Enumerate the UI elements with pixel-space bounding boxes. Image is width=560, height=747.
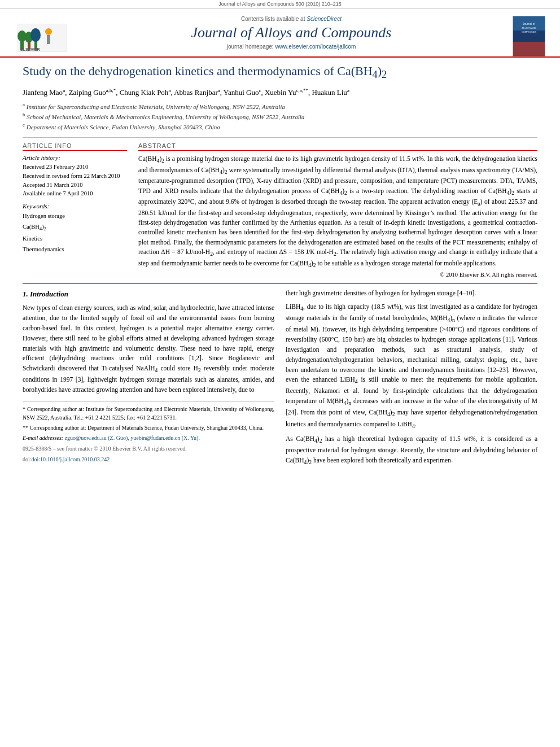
page: Journal of Alloys and Compounds 500 (201…: [0, 0, 560, 747]
footnote-star1: * Corresponding author at: Institute for…: [23, 405, 274, 422]
divider-1: [23, 137, 537, 138]
journal-ref: Journal of Alloys and Compounds 500 (201…: [0, 0, 560, 8]
footnote-area: * Corresponding author at: Institute for…: [23, 401, 274, 442]
keyword-4: Thermodynamics: [23, 244, 127, 255]
article-info-col: ARTICLE INFO Article history: Received 2…: [23, 142, 127, 278]
accepted-date: Accepted 31 March 2010: [23, 181, 127, 190]
journal-title-area: Contents lists available at ScienceDirec…: [73, 13, 509, 56]
abstract-label: ABSTRACT: [138, 142, 537, 151]
journal-cover-image: Journal of ALLOYS AND COMPOUNDS: [513, 16, 545, 56]
svg-text:ALLOYS AND: ALLOYS AND: [522, 27, 536, 29]
keywords-group: Keywords: Hydrogen storage Ca(BH4)2 Kine…: [23, 203, 127, 255]
copyright-line: © 2010 Elsevier B.V. All rights reserved…: [138, 272, 537, 278]
svg-point-7: [45, 28, 52, 35]
affiliations: a Institute for Superconducting and Elec…: [23, 101, 537, 132]
keyword-3: Kinetics: [23, 234, 127, 244]
revised-date: Received in revised form 22 March 2010: [23, 172, 127, 181]
svg-rect-8: [47, 35, 50, 44]
journal-cover-thumb: Journal of ALLOYS AND COMPOUNDS: [509, 13, 549, 56]
doi-line: doi:doi:10.1016/j.jallcom.2010.03.242: [23, 455, 274, 464]
available-date: Available online 7 April 2010: [23, 189, 127, 198]
svg-point-6: [30, 28, 41, 42]
affiliation-b: b School of Mechanical, Materials & Mech…: [23, 111, 537, 121]
article-info-label: ARTICLE INFO: [23, 142, 127, 151]
journal-name-title: Journal of Alloys and Compounds: [79, 24, 504, 41]
journal-homepage-line: journal homepage: www.elsevier.com/locat…: [79, 43, 504, 50]
main-content: Study on the dehydrogenation kinetics an…: [0, 58, 560, 476]
elsevier-logo-area: ELSEVIER: [11, 13, 73, 56]
abstract-text: Ca(BH4)2 is a promising hydrogen storage…: [138, 154, 537, 269]
received-date: Received 23 February 2010: [23, 163, 127, 172]
body-divider: [23, 283, 537, 284]
info-abstract-section: ARTICLE INFO Article history: Received 2…: [23, 142, 537, 278]
doi-link[interactable]: doi:10.1016/j.jallcom.2010.03.242: [32, 456, 110, 462]
svg-rect-12: [513, 42, 545, 56]
keywords-label: Keywords:: [23, 203, 127, 209]
body-col-right: their high gravimetric densities of hydr…: [286, 289, 537, 470]
footnote-emails: E-mail addresses: zguo@uow.edu.au (Z. Gu…: [23, 434, 274, 442]
intro-para-right-3: As Ca(BH4)2 has a high theoretical hydro…: [286, 434, 537, 467]
keyword-1: Hydrogen storage: [23, 211, 127, 222]
body-col-left: 1. Introduction New types of clean energ…: [23, 289, 274, 470]
abstract-col: ABSTRACT Ca(BH4)2 is a promising hydroge…: [138, 142, 537, 278]
footnote-star2: ** Corresponding author at: Department o…: [23, 423, 274, 432]
intro-heading: 1. Introduction: [23, 289, 274, 300]
intro-para-right-1: their high gravimetric densities of hydr…: [286, 289, 537, 299]
svg-text:COMPOUNDS: COMPOUNDS: [522, 30, 537, 33]
keyword-2: Ca(BH4)2: [23, 222, 127, 234]
article-history: Article history: Received 23 February 20…: [23, 154, 127, 198]
elsevier-logo-img: ELSEVIER: [18, 24, 67, 52]
homepage-url[interactable]: www.elsevier.com/locate/jallcom: [275, 43, 356, 50]
introduction-section: 1. Introduction New types of clean energ…: [23, 289, 537, 470]
article-title: Study on the dehydrogenation kinetics an…: [23, 63, 537, 82]
intro-para-1: New types of clean energy sources, such …: [23, 303, 274, 395]
svg-text:ELSEVIER: ELSEVIER: [20, 47, 40, 51]
sciencedirect-line: Contents lists available at ScienceDirec…: [79, 16, 504, 22]
keywords-list: Hydrogen storage Ca(BH4)2 Kinetics Therm…: [23, 211, 127, 255]
issn-line: 0925-8388/$ – see front matter © 2010 El…: [23, 444, 274, 453]
sciencedirect-link[interactable]: ScienceDirect: [307, 16, 342, 22]
affiliation-c: c Department of Materials Science, Fudan…: [23, 121, 537, 132]
email-addresses[interactable]: zguo@uow.edu.au (Z. Guo), yuebin@fudan.e…: [65, 435, 200, 441]
intro-para-right-2: LiBH4, due to its high capacity (18.5 wt…: [286, 302, 537, 431]
authors-line: Jianfeng Maoa, Zaiping Guoa,b,*, Chung K…: [23, 88, 537, 97]
history-label: Article history:: [23, 154, 127, 161]
affiliation-a: a Institute for Superconducting and Elec…: [23, 101, 537, 111]
journal-header: ELSEVIER Contents lists available at Sci…: [0, 8, 560, 58]
svg-text:Journal of: Journal of: [523, 22, 536, 25]
